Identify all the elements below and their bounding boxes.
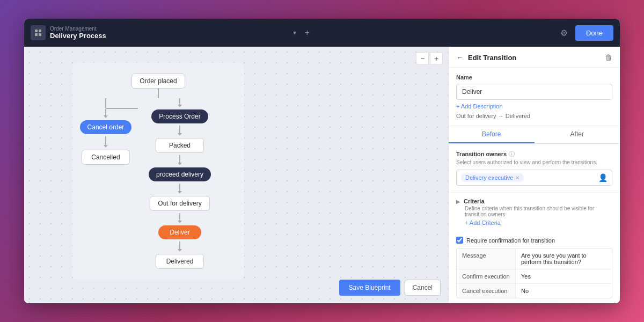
owners-label: Transition owners [456, 151, 507, 157]
node-deliver[interactable]: Deliver [158, 225, 201, 239]
node-out-for-delivery[interactable]: Out for delivery [150, 196, 209, 211]
owners-help-icon: ⓘ [509, 150, 515, 158]
confirm-table-row-cancel: Cancel execution No [457, 284, 612, 298]
node-process-order[interactable]: Process Order [151, 109, 208, 123]
criteria-toggle[interactable]: ▶ Criteria [456, 198, 612, 204]
confirm-table: Message Are you sure you want to perform… [456, 248, 612, 298]
header-parent: Order Management [50, 26, 287, 32]
name-section: Name + Add Description Out for delivery … [449, 68, 620, 126]
owner-tag-remove[interactable]: ✕ [515, 175, 519, 181]
panel-header: ← Edit Transition 🗑 [449, 47, 620, 68]
owners-hint: Select users authorized to view and perf… [456, 159, 612, 165]
node-order-placed[interactable]: Order placed [131, 74, 185, 89]
tab-after[interactable]: After [535, 126, 620, 143]
criteria-collapse-icon: ▶ [456, 199, 460, 204]
confirm-label: Require confirmation for transition [466, 237, 555, 244]
node-proceed-delivery[interactable]: proceed delivery [149, 167, 211, 181]
canvas-bottom-actions: Save Blueprint Cancel [339, 280, 441, 296]
tab-before[interactable]: Before [449, 126, 535, 143]
cancel-exec-value: No [516, 284, 612, 298]
zoom-out-button[interactable]: − [416, 52, 429, 65]
save-blueprint-button[interactable]: Save Blueprint [339, 280, 400, 296]
out-text: Out for delivery → Delivered [456, 113, 612, 119]
header-title: Delivery Process [50, 32, 287, 40]
flow-diagram: Order placed [72, 63, 244, 280]
owner-add-icon[interactable]: 👤 [598, 173, 608, 182]
add-tab-icon[interactable]: + [303, 26, 312, 40]
confirm-section: Require confirmation for transition Mess… [449, 231, 620, 303]
message-key: Message [457, 248, 516, 269]
svg-rect-3 [39, 33, 41, 36]
confirm-row: Require confirmation for transition [456, 237, 612, 244]
app-window: Order Management Delivery Process ▾ + ⚙ … [24, 19, 620, 303]
name-label: Name [456, 74, 612, 80]
node-cancelled[interactable]: Cancelled [82, 150, 130, 165]
tabs: Before After [449, 126, 620, 144]
header-titles: Order Management Delivery Process [50, 26, 287, 40]
svg-rect-1 [39, 30, 41, 32]
back-button[interactable]: ← [456, 53, 464, 62]
confirm-checkbox[interactable] [456, 237, 463, 244]
right-panel: ← Edit Transition 🗑 Name + Add Descripti… [448, 47, 620, 303]
owner-tag-label: Delivery executive [465, 174, 513, 181]
confirm-table-row-exec: Confirm execution Yes [457, 269, 612, 284]
add-description-link[interactable]: + Add Description [456, 103, 503, 109]
confirm-table-row-message: Message Are you sure you want to perform… [457, 248, 612, 269]
owners-input[interactable]: Delivery executive ✕ 👤 [456, 170, 612, 186]
owners-section: Transition owners ⓘ Select users authori… [449, 144, 620, 193]
node-cancel-order[interactable]: Cancel order [80, 120, 132, 134]
criteria-description: Define criteria when this transition sho… [465, 206, 612, 217]
zoom-in-button[interactable]: + [430, 52, 443, 65]
criteria-section: ▶ Criteria Define criteria when this tra… [449, 193, 620, 231]
header: Order Management Delivery Process ▾ + ⚙ … [24, 19, 620, 47]
confirm-exec-key: Confirm execution [457, 269, 516, 283]
zoom-controls: − + [416, 52, 443, 65]
panel-title: Edit Transition [468, 54, 601, 62]
name-input[interactable] [456, 84, 612, 100]
canvas-area: − + Order placed [24, 47, 448, 303]
node-delivered[interactable]: Delivered [156, 254, 204, 269]
cancel-exec-key: Cancel execution [457, 284, 516, 298]
owner-tag: Delivery executive ✕ [461, 173, 524, 182]
confirm-exec-value: Yes [516, 269, 612, 283]
chevron-down-icon[interactable]: ▾ [291, 27, 298, 39]
delete-icon[interactable]: 🗑 [605, 53, 612, 62]
node-packed[interactable]: Packed [156, 138, 204, 153]
main-content: − + Order placed [24, 47, 620, 303]
done-button[interactable]: Done [575, 25, 613, 41]
settings-icon[interactable]: ⚙ [557, 25, 571, 41]
header-app-icon [31, 25, 46, 40]
cancel-button[interactable]: Cancel [405, 280, 441, 296]
svg-rect-2 [35, 33, 38, 36]
svg-rect-0 [35, 30, 38, 32]
criteria-title: Criteria [464, 198, 485, 204]
add-criteria-link[interactable]: + Add Criteria [465, 219, 612, 226]
message-value: Are you sure you want to perform this tr… [516, 248, 612, 269]
